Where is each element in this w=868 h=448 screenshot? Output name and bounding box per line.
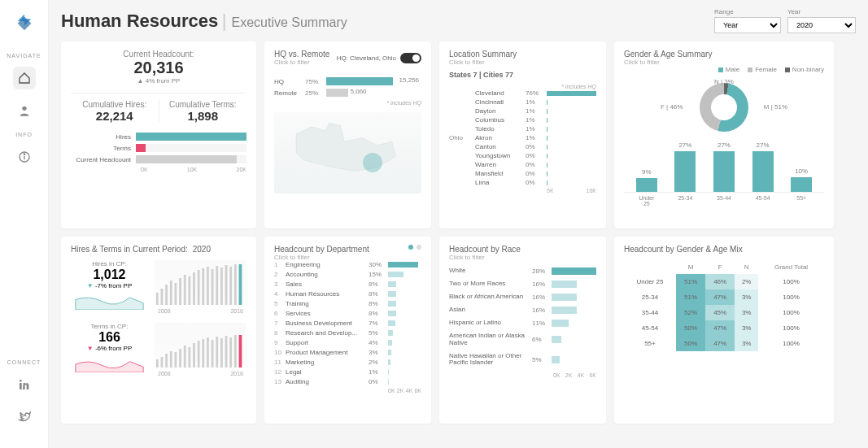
nav-linkedin[interactable] — [13, 373, 36, 396]
svg-rect-30 — [179, 349, 181, 368]
location-row[interactable]: Cincinnati1% — [449, 98, 596, 106]
svg-rect-19 — [216, 266, 218, 305]
race-row[interactable]: Two or More Races16% — [449, 281, 596, 288]
heatmap-table[interactable]: MFNGrand Total Under 2551%46%2%100%25-34… — [624, 260, 824, 351]
race-list[interactable]: White28%Two or More Races16%Black or Afr… — [449, 267, 596, 367]
location-row[interactable]: Lima0% — [449, 179, 596, 186]
svg-rect-28 — [170, 351, 172, 368]
dept-row[interactable]: 2Accounting15% — [274, 271, 421, 278]
filter-year-label: Year — [787, 8, 856, 15]
age-bar[interactable]: 9% — [636, 178, 657, 192]
dept-row[interactable]: 12Legal1% — [274, 368, 421, 376]
kpi-bar-chart[interactable]: Hires Terms Current Headcount 0K10K20K — [71, 133, 246, 172]
filter-range-select[interactable]: Year — [714, 17, 781, 33]
page-title: Human Resources — [61, 11, 218, 31]
location-row[interactable]: OhioAkron1% — [449, 134, 596, 141]
svg-rect-26 — [161, 357, 164, 368]
hq-location: HQ: Cleveland, Ohio — [337, 54, 396, 62]
age-bar[interactable]: 27% — [674, 151, 696, 192]
headcount-delta: 4% from PP — [71, 77, 246, 85]
location-row[interactable]: Toledo1% — [449, 125, 596, 133]
card-heatmap: Headcount by Gender & Age Mix MFNGrand T… — [614, 237, 834, 424]
dept-row[interactable]: 13Auditing0% — [274, 378, 421, 385]
cumulative-terms: 1,898 — [159, 109, 247, 123]
cumulative-hires: 22,214 — [71, 109, 159, 123]
hq-toggle[interactable] — [400, 53, 421, 63]
card-dept: Headcount by Department Click to filter … — [264, 237, 431, 424]
dept-row[interactable]: 1Engineering30% — [274, 261, 421, 268]
gender-donut[interactable]: N | 3% M | 51% F | 46% — [624, 76, 824, 137]
svg-point-0 — [22, 107, 26, 111]
hires-cp-value: 1,012 — [71, 267, 148, 282]
svg-point-3 — [24, 154, 24, 154]
location-row[interactable]: Mansfield0% — [449, 170, 596, 177]
filter-bar: Range Year Year 2020 — [714, 8, 856, 33]
svg-rect-25 — [156, 359, 159, 368]
nav-section-info: INFO — [15, 132, 33, 137]
heatmap-row[interactable]: 55+50%47%3%100% — [624, 336, 824, 351]
svg-rect-29 — [174, 352, 177, 368]
location-row[interactable]: Canton0% — [449, 143, 596, 150]
svg-rect-43 — [239, 335, 242, 368]
svg-rect-15 — [198, 270, 200, 305]
map-visual[interactable] — [274, 112, 421, 194]
svg-rect-37 — [212, 340, 214, 368]
dept-row[interactable]: 5Training8% — [274, 300, 421, 307]
location-table[interactable]: Cleveland76%Cincinnati1%Dayton1%Columbus… — [449, 89, 596, 186]
svg-rect-35 — [202, 339, 204, 368]
heatmap-row[interactable]: 25-3451%47%3%100% — [624, 289, 824, 305]
filter-range-label: Range — [714, 8, 781, 15]
race-row[interactable]: Hispanic or Latino11% — [449, 320, 596, 327]
nav-user[interactable] — [13, 99, 36, 122]
hq-bars[interactable]: HQ75%15,256 Remote25%5,060 — [274, 77, 421, 97]
svg-rect-7 — [161, 289, 164, 305]
dept-row[interactable]: 3Sales8% — [274, 281, 421, 288]
nav-info[interactable] — [13, 146, 36, 168]
heatmap-row[interactable]: 45-5450%47%3%100% — [624, 320, 824, 336]
svg-rect-6 — [156, 293, 159, 305]
hires-sparkline[interactable]: 20082018 — [155, 260, 246, 305]
svg-rect-14 — [193, 272, 195, 305]
svg-rect-9 — [170, 281, 172, 305]
location-row[interactable]: Youngstown0% — [449, 152, 596, 159]
race-row[interactable]: White28% — [449, 267, 596, 275]
svg-rect-36 — [207, 337, 209, 368]
dept-row[interactable]: 11Marketing2% — [274, 359, 421, 366]
location-row[interactable]: Cleveland76% — [449, 89, 596, 97]
svg-rect-13 — [188, 276, 190, 305]
age-bar[interactable]: 27% — [752, 151, 774, 192]
location-row[interactable]: Dayton1% — [449, 107, 596, 115]
dept-list[interactable]: 1Engineering30%2Accounting15%3Sales8%4Hu… — [274, 261, 421, 385]
nav-section-connect: CONNECT — [7, 359, 41, 365]
card-location: Location Summary Click to filter States … — [439, 41, 606, 228]
filter-year-select[interactable]: 2020 — [787, 17, 856, 33]
heatmap-row[interactable]: Under 2551%46%2%100% — [624, 274, 824, 289]
nav-twitter[interactable] — [13, 406, 36, 428]
svg-rect-33 — [193, 343, 195, 368]
dept-row[interactable]: 7Business Development7% — [274, 320, 421, 327]
dept-row[interactable]: 9Support4% — [274, 339, 421, 346]
age-bar-chart[interactable]: 9%27%27%27%10% — [624, 144, 824, 193]
race-row[interactable]: Black or African American16% — [449, 294, 596, 301]
svg-rect-42 — [234, 335, 237, 368]
race-row[interactable]: American Indian or Alaska Native6% — [449, 333, 596, 347]
race-row[interactable]: Asian16% — [449, 307, 596, 314]
svg-rect-16 — [202, 268, 204, 305]
card-hires-terms-cp: Hires & Terms in Current Period: 2020 Hi… — [61, 237, 256, 424]
carousel-dots[interactable] — [408, 245, 421, 261]
location-row[interactable]: Columbus1% — [449, 116, 596, 124]
dept-row[interactable]: 6Services8% — [274, 310, 421, 317]
location-row[interactable]: Warren0% — [449, 161, 596, 168]
heatmap-row[interactable]: 35-4452%45%3%100% — [624, 305, 824, 320]
svg-rect-34 — [198, 341, 200, 368]
svg-rect-41 — [229, 337, 232, 368]
dept-row[interactable]: 8Research and Develop...5% — [274, 329, 421, 337]
age-bar[interactable]: 10% — [791, 177, 812, 192]
dept-row[interactable]: 10Product Management3% — [274, 349, 421, 356]
dept-row[interactable]: 4Human Resources8% — [274, 290, 421, 298]
race-row[interactable]: Native Hawaiian or Other Pacific Islande… — [449, 353, 596, 368]
svg-rect-39 — [220, 338, 223, 368]
age-bar[interactable]: 27% — [713, 151, 735, 192]
terms-sparkline[interactable]: 20082018 — [155, 323, 246, 368]
nav-home[interactable] — [13, 67, 36, 89]
